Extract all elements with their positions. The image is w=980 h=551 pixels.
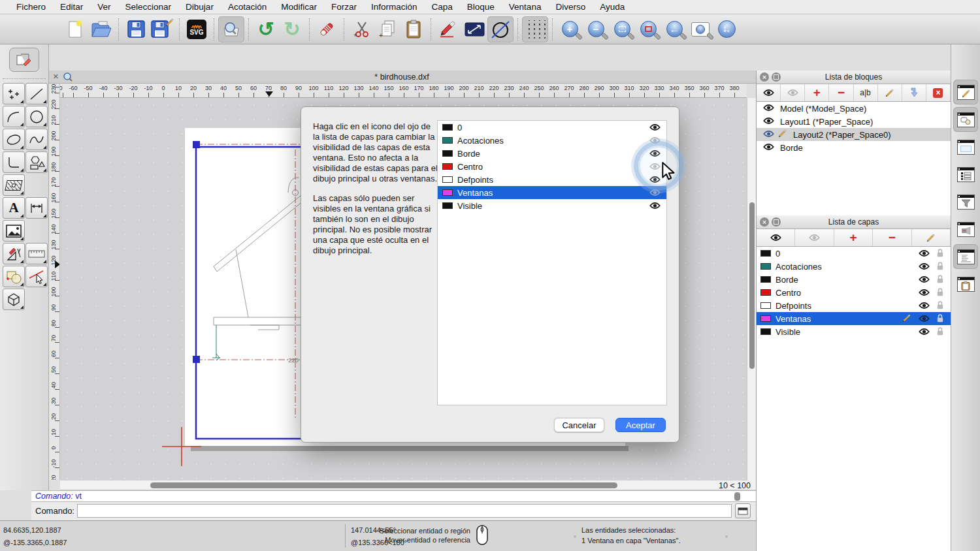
hatch-tool[interactable]: [3, 174, 25, 196]
lock-icon[interactable]: [936, 300, 944, 312]
points-tool[interactable]: [3, 83, 25, 104]
menu-acotacion[interactable]: Acotación: [221, 2, 274, 12]
eye-visible-icon[interactable]: [919, 315, 930, 324]
eye-off-button[interactable]: [795, 229, 834, 246]
polyline-tool[interactable]: [3, 151, 25, 173]
clipboard-window-toggle[interactable]: [953, 272, 978, 296]
zoom-out-icon[interactable]: −: [583, 16, 609, 42]
solid-tool[interactable]: [3, 289, 25, 310]
zoom-in-icon[interactable]: +: [557, 16, 583, 42]
close-panel-icon[interactable]: ×: [760, 72, 769, 82]
spline-tool[interactable]: [25, 129, 48, 150]
zoom-window-icon[interactable]: [687, 16, 713, 42]
eye-visible-icon[interactable]: [919, 289, 930, 298]
lock-icon[interactable]: [936, 274, 944, 286]
eye-visible-icon[interactable]: [919, 302, 930, 311]
dialog-layer-row-0[interactable]: 0: [438, 121, 666, 134]
menu-ventana[interactable]: Ventana: [502, 2, 549, 12]
block-row[interactable]: Layout1 (*Paper_Space): [757, 115, 951, 128]
circle-tool[interactable]: [25, 106, 48, 127]
menu-ver[interactable]: Ver: [90, 2, 118, 12]
zoom-selection-icon[interactable]: [635, 16, 661, 42]
layer-row-0[interactable]: 0: [757, 247, 951, 260]
measure-tool[interactable]: [25, 243, 48, 264]
menu-diverso[interactable]: Diverso: [548, 2, 593, 12]
eye-visible-icon[interactable]: [649, 202, 661, 212]
vertical-scrollbar-thumb[interactable]: [749, 202, 755, 369]
float-panel-icon[interactable]: [772, 72, 781, 82]
rename-button[interactable]: a|b: [854, 84, 878, 101]
cut-icon[interactable]: +: [348, 16, 374, 42]
eye-visible-icon[interactable]: [919, 276, 930, 285]
dimension-tool[interactable]: [25, 197, 48, 219]
library-window-toggle[interactable]: [953, 217, 978, 242]
command-window-toggle-button[interactable]: [735, 503, 751, 518]
draw-pencil-icon[interactable]: [435, 16, 461, 42]
grid-icon[interactable]: [522, 16, 548, 42]
paste-icon[interactable]: [400, 16, 427, 42]
line-settings-icon[interactable]: [461, 16, 487, 42]
eye-visible-icon[interactable]: [763, 130, 777, 140]
text-tool[interactable]: A: [3, 197, 25, 219]
eye-visible-icon[interactable]: [763, 143, 777, 153]
menu-ayuda[interactable]: Ayuda: [593, 2, 632, 12]
eye-visible-icon[interactable]: [919, 328, 930, 338]
lock-icon[interactable]: [936, 287, 944, 299]
zoom-previous-icon[interactable]: ←: [661, 16, 687, 42]
block-list-window-toggle[interactable]: [953, 162, 978, 187]
delete-button[interactable]: ×: [926, 84, 951, 101]
dialog-layer-row-borde[interactable]: Borde: [438, 147, 666, 160]
ellipse-tool[interactable]: [3, 129, 25, 150]
zoom-auto-icon[interactable]: [609, 16, 635, 42]
plus-button[interactable]: +: [834, 229, 873, 246]
open-folder-icon[interactable]: [88, 16, 114, 42]
menu-editar[interactable]: Editar: [53, 2, 90, 12]
command-input[interactable]: [77, 504, 732, 518]
shapes-tool[interactable]: [25, 151, 48, 173]
redo-icon[interactable]: ↻: [279, 16, 305, 42]
eye-visible-icon[interactable]: [919, 262, 930, 272]
filter-window-toggle[interactable]: [953, 189, 978, 214]
property-editor-window-toggle[interactable]: [953, 80, 978, 104]
menu-informacion[interactable]: Información: [364, 2, 425, 12]
eraser-icon[interactable]: [314, 16, 340, 42]
cancel-button[interactable]: Cancelar: [554, 418, 604, 432]
layer-row-defpoints[interactable]: Defpoints: [757, 299, 951, 312]
menu-bloque[interactable]: Bloque: [460, 2, 502, 12]
draft-tools-tool[interactable]: [3, 243, 25, 264]
arc-tool[interactable]: [3, 106, 25, 127]
save-icon[interactable]: [123, 16, 149, 42]
menu-seleccionar[interactable]: Seleccionar: [118, 2, 179, 12]
layer-row-visible[interactable]: Visible: [757, 325, 951, 338]
eye-off-button[interactable]: [781, 84, 805, 101]
block-toolbar-button[interactable]: [9, 48, 39, 72]
history-scrollbar-thumb[interactable]: [734, 492, 740, 501]
command-line-window-toggle[interactable]: [953, 244, 978, 269]
lock-icon[interactable]: [936, 326, 944, 338]
layer-row-ventanas[interactable]: Ventanas: [757, 312, 951, 325]
dialog-layer-row-centro[interactable]: Centro: [438, 160, 666, 173]
image-tool[interactable]: [3, 220, 25, 242]
horizontal-scrollbar[interactable]: 10 < 100: [60, 480, 756, 490]
dialog-layer-row-visible[interactable]: Visible: [438, 199, 666, 212]
dialog-layer-row-acotaciones[interactable]: Acotaciones: [438, 134, 666, 147]
shapes-window-toggle[interactable]: [953, 107, 978, 132]
menu-dibujar[interactable]: Dibujar: [178, 2, 221, 12]
eye-visible-icon[interactable]: [649, 123, 661, 133]
minus-button[interactable]: −: [873, 229, 911, 246]
dialog-layer-row-ventanas[interactable]: Ventanas: [438, 186, 666, 199]
empty-window-toggle[interactable]: [953, 134, 978, 159]
block-row[interactable]: Layout2 (*Paper_Space0): [757, 128, 951, 141]
ellipse-line-icon[interactable]: [487, 16, 514, 42]
lock-icon[interactable]: [936, 248, 944, 260]
horizontal-scrollbar-thumb[interactable]: [150, 482, 617, 488]
vertical-scrollbar[interactable]: [747, 98, 756, 480]
pencil-button[interactable]: [912, 229, 951, 246]
new-file-icon[interactable]: [62, 16, 88, 42]
dialog-layer-row-defpoints[interactable]: Defpoints: [438, 173, 666, 186]
menu-capa[interactable]: Capa: [425, 2, 460, 12]
lock-icon[interactable]: [936, 261, 944, 273]
close-panel-icon[interactable]: ×: [760, 217, 769, 227]
svg-export-icon[interactable]: SVG: [184, 16, 210, 42]
plus-button[interactable]: +: [805, 84, 829, 101]
